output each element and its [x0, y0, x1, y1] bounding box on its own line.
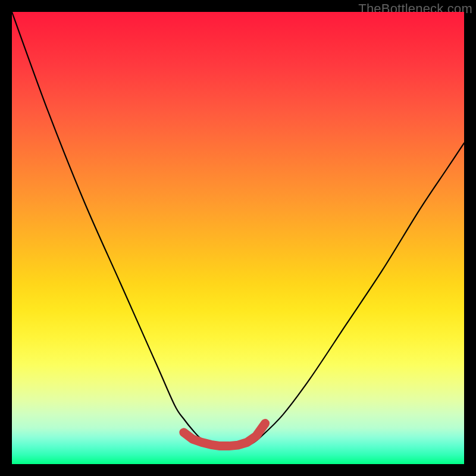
chart-frame: TheBottleneck.com [0, 0, 476, 476]
plot-area [12, 12, 464, 464]
curve-layer [12, 12, 464, 464]
black-curve [12, 12, 464, 448]
